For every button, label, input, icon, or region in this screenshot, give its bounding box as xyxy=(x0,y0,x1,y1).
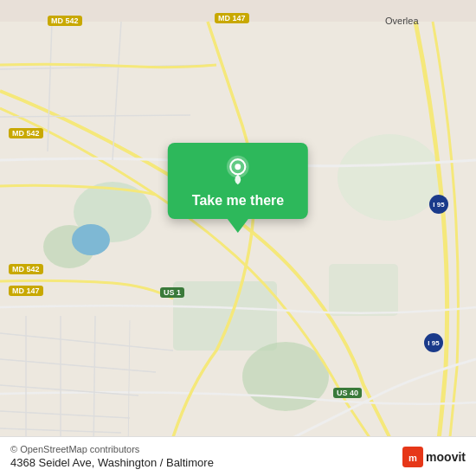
svg-text:m: m xyxy=(408,453,417,463)
svg-point-23 xyxy=(235,164,241,170)
map-background xyxy=(0,0,476,476)
osm-attribution: © OpenStreetMap contributors xyxy=(10,444,214,454)
badge-md542-mid: MD 542 xyxy=(9,128,43,138)
label-overlea: Overlea xyxy=(385,16,419,26)
bottom-bar: © OpenStreetMap contributors 4368 Seidel… xyxy=(0,436,476,476)
badge-md542-top-left: MD 542 xyxy=(48,16,82,26)
moovit-icon: m xyxy=(402,447,423,467)
address-label: 4368 Seidel Ave, Washington / Baltimore xyxy=(10,456,214,469)
svg-point-6 xyxy=(338,134,441,221)
badge-md147-bottom: MD 147 xyxy=(9,286,43,296)
card-tail xyxy=(228,219,248,233)
moovit-logo: m moovit xyxy=(402,447,466,467)
location-pin-icon xyxy=(222,155,254,186)
badge-us1: US 1 xyxy=(160,287,184,298)
badge-md147-top: MD 147 xyxy=(215,13,249,23)
svg-rect-5 xyxy=(329,264,398,316)
svg-point-7 xyxy=(72,224,110,255)
badge-us40: US 40 xyxy=(333,388,362,398)
take-me-there-button[interactable]: Take me there xyxy=(168,143,308,219)
moovit-text: moovit xyxy=(426,450,466,464)
take-me-there-label: Take me there xyxy=(192,193,284,209)
map-container: MD 542 MD 147 MD 542 MD 542 MD 147 US 1 … xyxy=(0,0,476,476)
badge-md542-bottom: MD 542 xyxy=(9,264,43,274)
badge-i95-bottom: I 95 xyxy=(424,333,443,352)
svg-rect-3 xyxy=(173,281,277,351)
badge-i95-top: I 95 xyxy=(429,195,448,214)
take-me-there-container: Take me there xyxy=(168,143,308,233)
